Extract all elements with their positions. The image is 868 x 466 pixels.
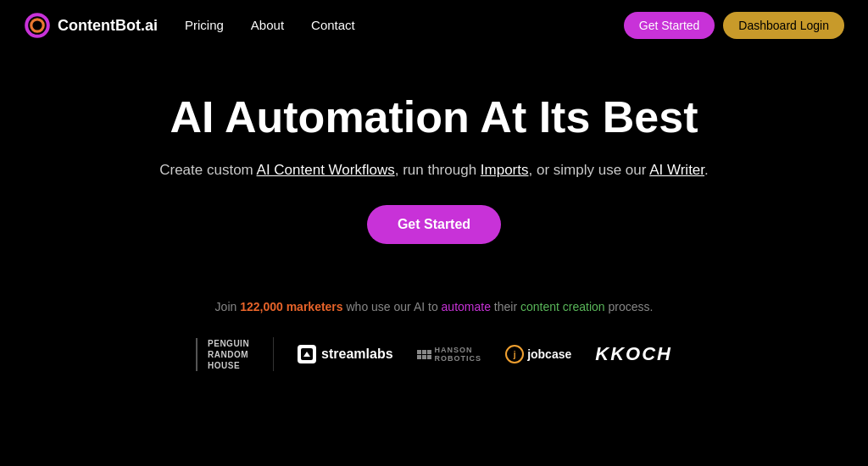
hanson-robotics-logo: HANSON ROBOTICS [417, 346, 482, 363]
streamlabs-logo: streamlabs [298, 345, 393, 363]
nav-links: Pricing About Contact [185, 18, 355, 33]
nav-link-pricing[interactable]: Pricing [185, 18, 224, 32]
partner-logos: Penguin Random House streamlabs HANSON R… [0, 337, 868, 371]
jobcase-text: jobcase [527, 347, 571, 361]
jobcase-icon: j [505, 345, 524, 363]
marketers-count: 122,000 marketers [240, 300, 342, 313]
ai-content-workflows-link[interactable]: AI Content Workflows [257, 162, 395, 178]
koch-logo: KKOCH [595, 343, 672, 365]
social-text-2: who use our AI to [343, 300, 442, 313]
navigation: ContentBot.ai Pricing About Contact Get … [0, 0, 868, 51]
penguin-random-house-logo: Penguin Random House [196, 338, 249, 371]
nav-left: ContentBot.ai Pricing About Contact [24, 12, 355, 39]
logo-text: ContentBot.ai [58, 17, 158, 35]
hero-subtitle: Create custom AI Content Workflows, run … [17, 158, 851, 181]
hanson-text: HANSON ROBOTICS [435, 346, 482, 363]
nav-right: Get Started Dashboard Login [624, 12, 844, 39]
streamlabs-text: streamlabs [321, 347, 393, 362]
dashboard-login-button[interactable]: Dashboard Login [723, 12, 844, 39]
logo[interactable]: ContentBot.ai [24, 12, 158, 39]
subtitle-text-3: , or simply use our [529, 162, 650, 178]
social-text-1: Join [215, 300, 241, 313]
social-text-4: process. [605, 300, 654, 313]
get-started-hero-button[interactable]: Get Started [367, 205, 501, 244]
hero-heading: AI Automation At Its Best [17, 93, 851, 141]
penguin-text: Penguin [208, 338, 249, 349]
nav-item-about[interactable]: About [251, 18, 284, 33]
random-text: Random [208, 349, 249, 360]
social-text-3: their [491, 300, 520, 313]
streamlabs-svg [301, 348, 313, 360]
hanson-grid-icon [417, 350, 431, 359]
subtitle-text-2: , run through [395, 162, 481, 178]
logo-icon [24, 12, 51, 39]
hero-section: AI Automation At Its Best Create custom … [0, 51, 868, 269]
get-started-nav-button[interactable]: Get Started [624, 12, 715, 39]
subtitle-text-4: . [704, 162, 709, 178]
logo-separator-1 [273, 337, 274, 371]
svg-point-0 [26, 14, 48, 36]
nav-link-about[interactable]: About [251, 18, 284, 32]
nav-item-pricing[interactable]: Pricing [185, 18, 224, 33]
subtitle-text-1: Create custom [159, 162, 256, 178]
nav-item-contact[interactable]: Contact [311, 18, 355, 33]
jobcase-logo: j jobcase [505, 345, 571, 363]
social-proof: Join 122,000 marketers who use our AI to… [0, 300, 868, 313]
house-text: House [208, 360, 249, 371]
automate-highlight: automate [442, 300, 491, 313]
svg-point-1 [31, 19, 43, 31]
imports-link[interactable]: Imports [481, 162, 529, 178]
ai-writer-link[interactable]: AI Writer [649, 162, 704, 178]
streamlabs-icon [298, 345, 316, 363]
content-creation-highlight: content creation [520, 300, 605, 313]
nav-link-contact[interactable]: Contact [311, 18, 355, 32]
